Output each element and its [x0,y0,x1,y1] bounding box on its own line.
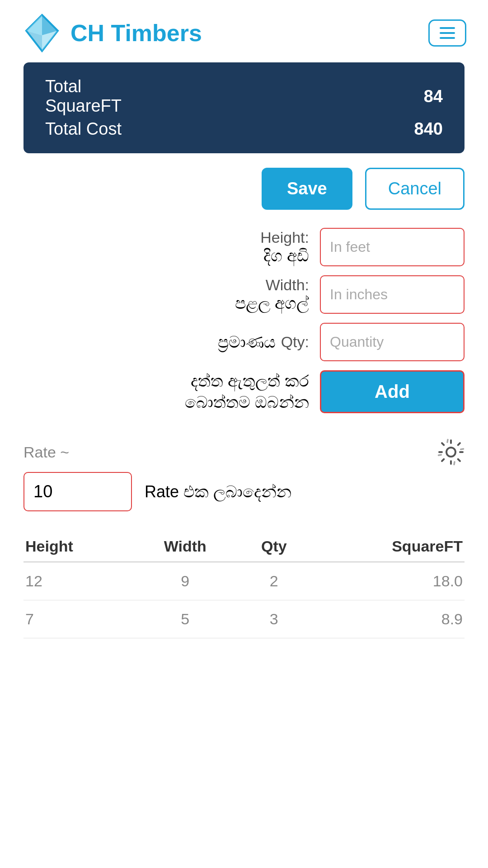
logo-area: CH Timbers [22,13,202,53]
app-title: CH Timbers [70,19,202,47]
rate-label: Rate ~ [23,443,69,461]
total-card: Total SquareFT 84 Total Cost 840 [23,62,465,153]
height-label-si: දිග අඩි [260,246,309,265]
total-cost-label: Total Cost [45,119,122,139]
width-label-si: පළල අගල් [235,294,309,313]
cell-squareft: 18.0 [310,562,465,600]
height-label-block: Height: දිග අඩි [260,229,309,265]
width-row: Width: පළල අගල් [23,275,465,314]
width-label-en: Width: [235,276,309,294]
table-body: 12 9 2 18.0 7 5 3 8.9 [23,562,465,638]
gear-icon[interactable] [437,439,465,466]
cell-height: 12 [23,562,132,600]
cell-height: 7 [23,600,132,638]
table-row: 12 9 2 18.0 [23,562,465,600]
height-label-en: Height: [260,229,309,246]
menu-button[interactable] [428,19,466,47]
rate-top-row: Rate ~ [23,439,465,466]
save-button[interactable]: Save [262,168,352,210]
add-hint-line2: බොත්තම ඔබන්න [185,392,309,413]
add-button[interactable]: Add [320,370,465,413]
col-squareft: SquareFT [310,529,465,562]
cell-qty: 2 [238,562,310,600]
cell-width: 5 [132,600,238,638]
measurements-table: Height Width Qty SquareFT 12 9 2 18.0 7 … [23,529,465,638]
col-height: Height [23,529,132,562]
total-cost-row: Total Cost 840 [45,119,443,139]
add-label-block: දත්ත ඇතුලත් කර බොත්තම ඔබන්න [185,371,309,413]
total-squareft-row: Total SquareFT 84 [45,77,443,116]
total-squareft-value: 84 [424,87,443,106]
rate-input[interactable] [23,472,132,511]
qty-row: ප්‍රමාණය Qty: [23,323,465,361]
rate-section: Rate ~ Rate එක ලබාදෙන්න [0,439,488,529]
qty-input[interactable] [320,323,465,361]
height-row: Height: දිග අඩි [23,228,465,266]
width-label-block: Width: පළල අගල් [235,276,309,313]
add-row: දත්ත ඇතුලත් කර බොත්තම ඔබන්න Add [23,370,465,413]
action-buttons: Save Cancel [0,168,488,228]
svg-point-5 [446,448,455,457]
cell-qty: 3 [238,600,310,638]
cell-width: 9 [132,562,238,600]
rate-hint: Rate එක ලබාදෙන්න [145,482,291,501]
hamburger-icon [440,27,455,39]
col-width: Width [132,529,238,562]
logo-icon [22,13,62,53]
col-qty: Qty [238,529,310,562]
rate-bottom-row: Rate එක ලබාදෙන්න [23,472,465,511]
cell-squareft: 8.9 [310,600,465,638]
width-input[interactable] [320,275,465,314]
add-hint-line1: දත්ත ඇතුලත් කර [185,371,309,392]
qty-label-block: ප්‍රමාණය Qty: [218,333,309,352]
table-row: 7 5 3 8.9 [23,600,465,638]
header: CH Timbers [0,0,488,62]
height-input[interactable] [320,228,465,266]
qty-label-en: Qty: [281,333,309,351]
total-cost-value: 840 [414,119,443,139]
table-header: Height Width Qty SquareFT [23,529,465,562]
qty-label-si: ප්‍රමාණය [218,333,276,352]
total-squareft-label: Total SquareFT [45,77,122,116]
entry-form: Height: දිග අඩි Width: පළල අගල් ප්‍රමාණය… [0,228,488,439]
cancel-button[interactable]: Cancel [365,168,465,210]
data-table-section: Height Width Qty SquareFT 12 9 2 18.0 7 … [0,529,488,638]
